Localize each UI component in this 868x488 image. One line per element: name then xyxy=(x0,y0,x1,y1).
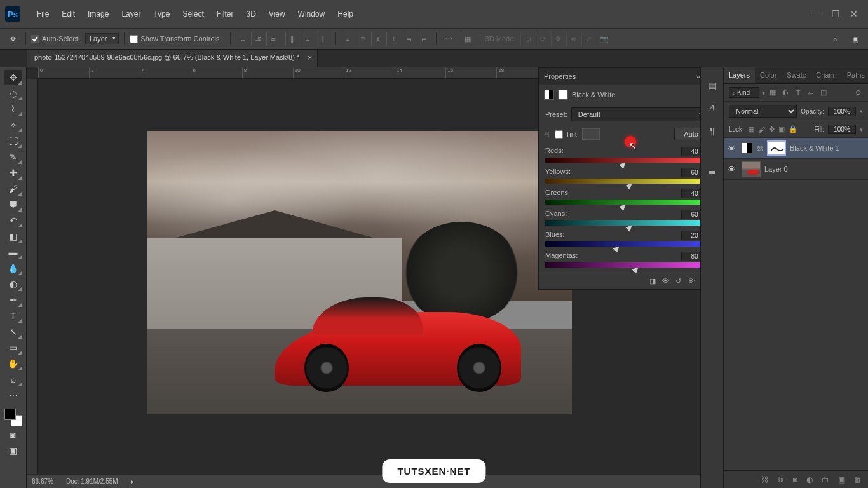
layer-thumb[interactable] xyxy=(742,161,761,177)
menu-layer[interactable]: Layer xyxy=(115,10,147,18)
magic-wand-tool[interactable]: ✧ xyxy=(4,118,22,133)
distribute-icon[interactable]: ⫬ xyxy=(402,32,416,46)
path-select-tool[interactable]: ↖ xyxy=(4,324,22,339)
layer-style-icon[interactable]: fx xyxy=(778,475,783,484)
menu-type[interactable]: Type xyxy=(147,10,176,18)
paragraph-icon[interactable]: ¶ xyxy=(709,125,714,136)
document-canvas[interactable] xyxy=(147,131,572,414)
distribute-icon[interactable]: ⫨ xyxy=(341,32,355,46)
lock-artboard-icon[interactable]: ▣ xyxy=(778,125,785,133)
tab-color[interactable]: Color xyxy=(755,67,782,83)
distribute-icon[interactable]: ⫫ xyxy=(386,32,400,46)
pen-tool[interactable]: ✒ xyxy=(4,292,22,308)
slider-value-input[interactable] xyxy=(681,210,700,219)
menu-window[interactable]: Window xyxy=(292,10,332,18)
layer-row[interactable]: 👁 Layer 0 xyxy=(724,159,868,180)
quickmask-tool[interactable]: ◙ xyxy=(4,427,22,442)
collapse-icon[interactable]: » xyxy=(696,72,700,80)
filter-pixel-icon[interactable]: ▦ xyxy=(768,88,778,98)
move-tool[interactable]: ✥ xyxy=(4,70,22,85)
menu-select[interactable]: Select xyxy=(176,10,210,18)
show-transform-input[interactable] xyxy=(130,35,138,43)
auto-select-checkbox[interactable]: Auto-Select: xyxy=(31,35,80,43)
visibility-icon[interactable]: 👁 xyxy=(728,144,738,153)
properties-header[interactable]: Properties » ≡ xyxy=(539,68,700,85)
eraser-tool[interactable]: ◧ xyxy=(4,229,22,244)
slider-value-input[interactable] xyxy=(681,252,700,261)
filter-smart-icon[interactable]: ◫ xyxy=(818,88,829,98)
filter-type-icon[interactable]: T xyxy=(793,88,803,98)
auto-select-target[interactable]: Layer xyxy=(85,33,119,44)
histogram-icon[interactable]: ▤ xyxy=(708,80,717,92)
slider-value-input[interactable] xyxy=(681,231,700,240)
tint-color-swatch[interactable] xyxy=(582,128,600,140)
align-bottom-icon[interactable]: ⫢ xyxy=(266,32,280,46)
layer-mask-icon[interactable]: ◙ xyxy=(793,475,797,484)
distribute-icon[interactable]: ⫩ xyxy=(356,32,370,46)
foreground-color-swatch[interactable] xyxy=(4,409,16,420)
tab-paths[interactable]: Paths xyxy=(842,67,868,83)
menu-help[interactable]: Help xyxy=(331,10,360,18)
character-icon[interactable]: A xyxy=(709,103,715,114)
auto-select-input[interactable] xyxy=(31,35,39,43)
lock-position-icon[interactable]: ✥ xyxy=(769,125,775,133)
slider-value-input[interactable] xyxy=(681,147,700,156)
auto-button[interactable]: Auto xyxy=(674,128,700,140)
stamp-tool[interactable]: ⛊ xyxy=(4,197,22,212)
filter-adjust-icon[interactable]: ◐ xyxy=(780,88,790,98)
color-swatches[interactable] xyxy=(4,409,22,426)
zoom-level[interactable]: 66.67% xyxy=(32,478,53,485)
slider-track[interactable] xyxy=(545,158,700,164)
distribute-icon[interactable]: ⫪ xyxy=(371,32,385,46)
distribute-icon[interactable]: ⫭ xyxy=(417,32,431,46)
filter-toggle-icon[interactable]: ⊙ xyxy=(853,88,863,98)
adjustment-thumb-icon[interactable] xyxy=(742,142,753,154)
lock-image-icon[interactable]: 🖌 xyxy=(758,126,765,133)
maximize-button[interactable]: ❐ xyxy=(832,9,840,19)
delete-layer-icon[interactable]: 🗑 xyxy=(854,475,862,484)
menu-file[interactable]: File xyxy=(31,10,55,18)
reset-icon[interactable]: ↺ xyxy=(675,277,681,285)
slider-track[interactable] xyxy=(545,262,700,269)
healing-tool[interactable]: ✚ xyxy=(4,165,22,180)
minimize-button[interactable]: — xyxy=(813,9,822,19)
lasso-tool[interactable]: ⌇ xyxy=(4,102,22,117)
menu-view[interactable]: View xyxy=(262,10,292,18)
link-layers-icon[interactable]: ⛓ xyxy=(761,475,769,484)
blend-mode-select[interactable]: Normal xyxy=(729,105,797,118)
tab-channels[interactable]: Chann xyxy=(811,67,841,83)
layer-row[interactable]: 👁 ⛓ Black & White 1 xyxy=(724,138,868,159)
preset-select[interactable]: Default xyxy=(571,107,700,121)
tab-swatches[interactable]: Swatc xyxy=(782,67,811,83)
hand-tool[interactable]: ✋ xyxy=(4,356,22,371)
crop-tool[interactable]: ⛶ xyxy=(4,133,22,149)
history-brush-tool[interactable]: ↶ xyxy=(4,213,22,228)
layer-name[interactable]: Layer 0 xyxy=(764,165,788,173)
clip-to-layer-icon[interactable]: ◨ xyxy=(649,277,656,285)
toggle-visibility-icon[interactable]: 👁 xyxy=(688,277,695,285)
eyedropper-tool[interactable]: ✎ xyxy=(4,149,22,165)
lock-transparent-icon[interactable]: ▦ xyxy=(748,125,754,133)
show-transform-checkbox[interactable]: Show Transform Controls xyxy=(130,35,219,43)
more-align-icon[interactable]: ⋯ xyxy=(442,32,456,46)
opacity-value[interactable]: 100% xyxy=(828,107,856,116)
menu-edit[interactable]: Edit xyxy=(55,10,81,18)
tint-input[interactable] xyxy=(555,130,563,139)
gradient-tool[interactable]: ▬ xyxy=(4,245,22,260)
menu-3d[interactable]: 3D xyxy=(240,10,262,18)
workspace-icon[interactable]: ▣ xyxy=(848,31,863,46)
align-hcenter-icon[interactable]: ⫠ xyxy=(301,32,315,46)
fill-value[interactable]: 100% xyxy=(828,125,856,134)
auto-align-icon[interactable]: ▦ xyxy=(461,32,475,46)
slider-track[interactable] xyxy=(545,200,700,206)
view-previous-icon[interactable]: 👁 xyxy=(662,277,669,285)
align-right-icon[interactable]: ‖ xyxy=(316,32,330,46)
new-layer-icon[interactable]: ▣ xyxy=(838,475,845,484)
layer-name[interactable]: Black & White 1 xyxy=(790,144,839,152)
brush-tool[interactable]: 🖌 xyxy=(4,181,22,196)
screenmode-tool[interactable]: ▣ xyxy=(4,443,22,458)
slider-track[interactable] xyxy=(545,241,700,248)
tint-checkbox[interactable]: Tint xyxy=(555,130,577,139)
menu-image[interactable]: Image xyxy=(81,10,115,18)
canvas-area[interactable]: 024681012141618202224 66.67% Doc: 1.91M/… xyxy=(27,67,700,488)
